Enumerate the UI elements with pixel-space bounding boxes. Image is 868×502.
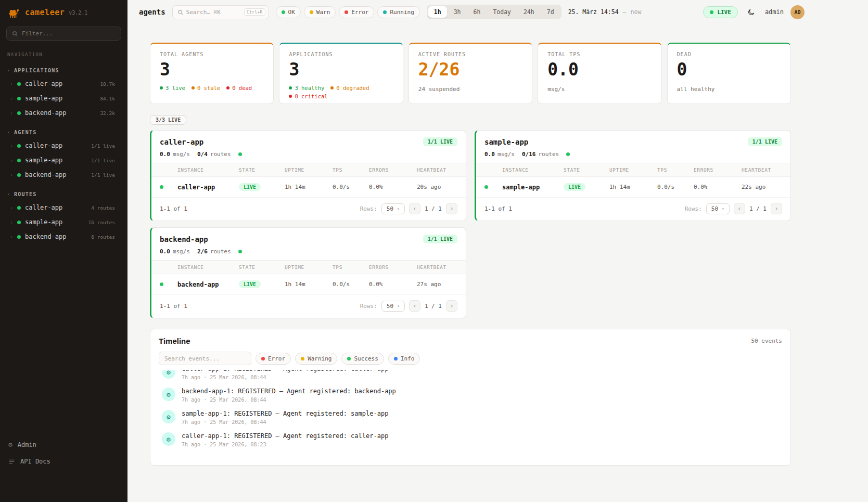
stat-meta-dead: 0 dead [226, 85, 252, 91]
item-badge: 6 routes [91, 234, 115, 240]
panel-title: caller-app [160, 138, 203, 146]
rows-per-page-select[interactable]: 50▾ [381, 301, 405, 312]
sidebar-section-routes: ▾ ROUTES › caller-app 4 routes › sample-… [0, 189, 127, 244]
sidebar-item-applications-sample-app[interactable]: › sample-app 84.1k [0, 91, 127, 106]
timeline-event[interactable]: ⚙ sample-app-1: REGISTERED — Agent regis… [159, 406, 782, 429]
sidebar-item-agents-sample-app[interactable]: › sample-app 1/1 live [0, 153, 127, 168]
chevron-right-icon: › [10, 96, 13, 101]
section-header-routes[interactable]: ▾ ROUTES [0, 189, 127, 200]
sidebar-item-routes-sample-app[interactable]: › sample-app 16 routes [0, 215, 127, 229]
table-row[interactable]: caller-app LIVE 1h 14m 0.0/s 0.0% 20s ag… [151, 177, 466, 198]
docs-list-icon [8, 458, 15, 465]
rows-per-page-select[interactable]: 50▾ [706, 203, 730, 214]
sparkline-dot [566, 152, 570, 156]
sidebar-item-routes-caller-app[interactable]: › caller-app 4 routes [0, 200, 127, 215]
status-dot [484, 185, 488, 189]
table-row[interactable]: backend-app LIVE 1h 14m 0.0/s 0.0% 27s a… [151, 274, 466, 295]
sidebar-section-agents: ▾ AGENTS › caller-app 1/1 live › sample-… [0, 127, 127, 182]
timeline-panel: Timeline 50 events Error Warning [150, 329, 791, 466]
status-dot [17, 82, 21, 86]
sidebar-item-admin[interactable]: ⚙ Admin [7, 436, 120, 453]
gear-icon: ⚙ [8, 441, 12, 448]
section-header-agents[interactable]: ▾ AGENTS [0, 127, 127, 138]
global-search-input[interactable] [186, 9, 241, 16]
stat-card-active-routes: ACTIVE ROUTES 2/26 24 suspended [409, 43, 532, 104]
dark-mode-toggle[interactable] [745, 5, 758, 19]
timeline-title: Timeline [159, 337, 190, 345]
timeline-filter-info-pill[interactable]: Info [388, 353, 420, 365]
timeline-events-scroll[interactable]: ⚙ caller-app-1: REGISTERED — Agent regis… [159, 370, 782, 462]
chevron-right-icon: › [10, 143, 13, 149]
sidebar-filter-input[interactable] [22, 30, 116, 37]
time-range-6h[interactable]: 6h [468, 6, 487, 18]
table-row[interactable]: sample-app LIVE 1h 14m 0.0/s 0.0% 22s ag… [476, 177, 790, 198]
next-page-button[interactable]: › [446, 203, 457, 214]
error-dot [261, 357, 265, 361]
sidebar-item-routes-backend-app[interactable]: › backend-app 6 routes [0, 229, 127, 244]
chevron-right-icon: › [10, 234, 13, 240]
sidebar-item-applications-backend-app[interactable]: › backend-app 32.2k [0, 106, 127, 120]
time-range-24h[interactable]: 24h [518, 6, 540, 18]
avatar[interactable]: AD [790, 5, 805, 19]
prev-page-button[interactable]: ‹ [409, 300, 420, 312]
chevron-down-icon: ▾ [397, 207, 400, 211]
chevron-down-icon: ▾ [722, 207, 724, 211]
filter-running-pill[interactable]: Running [377, 6, 419, 18]
timeline-search-input[interactable] [159, 352, 251, 365]
timeline-filter-error-pill[interactable]: Error [256, 353, 291, 365]
next-page-button[interactable]: › [771, 203, 782, 214]
live-dot [710, 10, 713, 14]
status-dot [17, 221, 21, 224]
content: TOTAL AGENTS 3 3 live 0 stale 0 dead APP… [127, 24, 791, 466]
sidebar-item-api-docs[interactable]: API Docs [7, 453, 120, 470]
sidebar-filter[interactable] [6, 27, 121, 41]
timeline-event[interactable]: ⚙ caller-app-1: REGISTERED — Agent regis… [159, 429, 782, 451]
sidebar-item-agents-backend-app[interactable]: › backend-app 1/1 live [0, 168, 127, 182]
prev-page-button[interactable]: ‹ [734, 203, 745, 214]
panel-live-badge: 1/1 LIVE [423, 137, 457, 146]
time-range-7d[interactable]: 7d [541, 6, 560, 18]
global-search[interactable]: Ctrl+K [172, 5, 269, 19]
stat-label: ACTIVE ROUTES [418, 52, 522, 57]
timeline-filter-warning-pill[interactable]: Warning [295, 353, 337, 365]
filter-error-pill[interactable]: Error [339, 6, 374, 18]
prev-page-button[interactable]: ‹ [409, 203, 420, 214]
item-badge: 10.7k [100, 81, 115, 87]
stat-card-dead: DEAD 0 all healthy [667, 43, 791, 104]
stat-meta-healthy: 3 healthy [289, 85, 324, 91]
panel-title: sample-app [484, 138, 528, 146]
stat-value: 0.0 [547, 61, 652, 79]
chevron-right-icon: › [10, 110, 13, 116]
timeline-filter-success-pill[interactable]: Success [341, 353, 384, 365]
time-range-1h[interactable]: 1h [428, 6, 447, 18]
panel-live-badge: 1/1 LIVE [748, 137, 782, 146]
page-title: agents [139, 8, 165, 16]
status-dot [160, 185, 163, 189]
stat-label: DEAD [677, 52, 781, 57]
section-label: APPLICATIONS [14, 68, 59, 73]
timeline-event-count: 50 events [751, 338, 782, 344]
section-header-applications[interactable]: ▾ APPLICATIONS [0, 66, 127, 76]
panel-stats: 0.0msg/s 0/16routes [476, 151, 790, 163]
state-badge: LIVE [564, 183, 585, 191]
filter-ok-pill[interactable]: OK [276, 6, 301, 18]
red-dot [289, 95, 292, 98]
state-badge: LIVE [239, 183, 261, 191]
navigation-label: NAVIGATION [0, 42, 127, 58]
timeline-event[interactable]: ⚙ caller-app-1: REGISTERED — Agent regis… [159, 370, 782, 384]
range-dash: — [623, 8, 627, 16]
time-range-today[interactable]: Today [487, 6, 517, 18]
page-indicator: 1 / 1 [425, 205, 442, 212]
panel-stats: 0.0msg/s 0/4routes [151, 151, 466, 163]
time-range-3h[interactable]: 3h [448, 6, 467, 18]
next-page-button[interactable]: › [446, 300, 457, 312]
gear-icon: ⚙ [162, 432, 175, 446]
live-status-badge[interactable]: LIVE [703, 6, 738, 18]
app-panels-grid: caller-app 1/1 LIVE 0.0msg/s 0/4routes I… [150, 130, 791, 318]
filter-warn-pill[interactable]: Warn [304, 6, 336, 18]
sidebar-item-applications-caller-app[interactable]: › caller-app 10.7k [0, 76, 127, 91]
rows-per-page-select[interactable]: 50▾ [381, 203, 405, 214]
timeline-event[interactable]: ⚙ backend-app-1: REGISTERED — Agent regi… [159, 384, 782, 406]
sidebar-item-agents-caller-app[interactable]: › caller-app 1/1 live [0, 138, 127, 153]
chevron-down-icon: ▾ [397, 304, 400, 308]
